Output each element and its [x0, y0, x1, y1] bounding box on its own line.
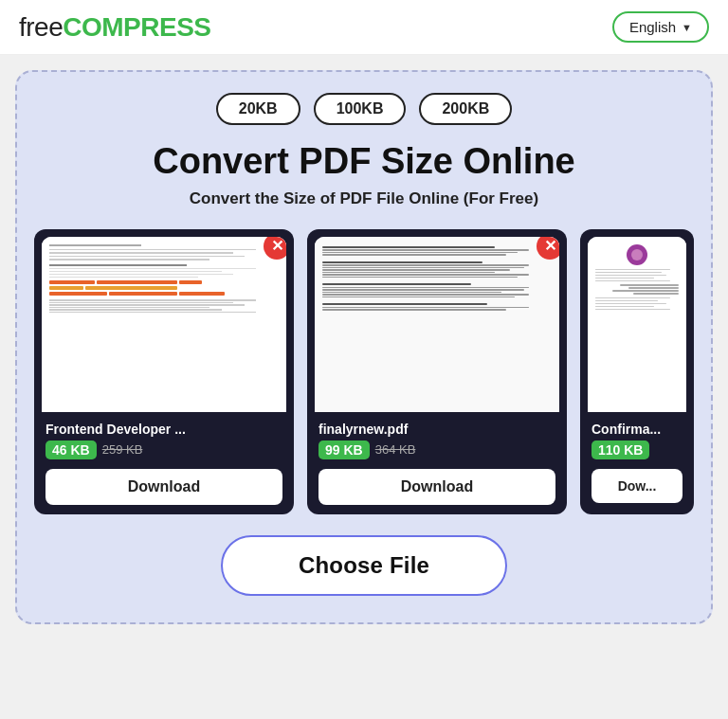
logo-free-text: free: [19, 12, 63, 42]
download-button-2[interactable]: Download: [318, 469, 555, 505]
logo-compress-text: COMPRESS: [63, 12, 210, 42]
filename-3: Confirma...: [592, 422, 682, 437]
file-cards-row: ✕: [34, 229, 694, 514]
filename-1: Frontend Developer ...: [46, 422, 282, 437]
download-button-1[interactable]: Download: [46, 469, 282, 505]
card-info-1: Frontend Developer ... 46 KB 259 KB Down…: [34, 412, 294, 514]
size-old-2: 364 KB: [375, 442, 416, 457]
pdf-thumbnail-2: [315, 237, 559, 412]
page-title: Convert PDF Size Online: [34, 142, 694, 182]
close-button-2[interactable]: ✕: [537, 237, 559, 260]
size-new-3: 110 KB: [592, 440, 649, 459]
content-box: 20KB 100KB 200KB Convert PDF Size Online…: [15, 70, 713, 624]
close-button-1[interactable]: ✕: [264, 237, 286, 260]
size-new-1: 46 KB: [46, 440, 97, 459]
page-subtitle: Convert the Size of PDF File Online (For…: [34, 189, 694, 208]
file-card-2: ✕: [307, 229, 567, 514]
size-new-2: 99 KB: [318, 440, 370, 459]
size-presets: 20KB 100KB 200KB: [34, 93, 694, 125]
pdf-thumbnail-1: [42, 237, 286, 412]
card-info-2: finalyrnew.pdf 99 KB 364 KB Download: [307, 412, 567, 514]
pdf-thumbnail-3: [588, 237, 686, 412]
size-old-1: 259 KB: [102, 442, 143, 457]
language-label: English: [629, 19, 676, 35]
file-card-3: Confirma... 110 KB Dow...: [580, 229, 694, 514]
logo: freeCOMPRESS: [19, 12, 211, 43]
language-selector[interactable]: English ▼: [612, 11, 709, 43]
download-button-3[interactable]: Dow...: [592, 469, 682, 503]
card-preview-3: [588, 237, 686, 412]
header: freeCOMPRESS English ▼: [0, 0, 728, 55]
choose-file-wrap: Choose File: [34, 535, 694, 596]
card-sizes-3: 110 KB: [592, 440, 682, 459]
main-content: 20KB 100KB 200KB Convert PDF Size Online…: [0, 55, 728, 643]
size-preset-20kb[interactable]: 20KB: [216, 93, 300, 125]
choose-file-button[interactable]: Choose File: [221, 535, 507, 596]
filename-2: finalyrnew.pdf: [318, 422, 555, 437]
size-preset-200kb[interactable]: 200KB: [419, 93, 512, 125]
card-preview-2: ✕: [315, 237, 559, 412]
file-card-1: ✕: [34, 229, 294, 514]
card-info-3: Confirma... 110 KB Dow...: [580, 412, 694, 514]
chevron-down-icon: ▼: [682, 22, 692, 33]
card-preview-1: ✕: [42, 237, 286, 412]
size-preset-100kb[interactable]: 100KB: [314, 93, 407, 125]
card-sizes-1: 46 KB 259 KB: [46, 440, 282, 459]
card-sizes-2: 99 KB 364 KB: [318, 440, 555, 459]
